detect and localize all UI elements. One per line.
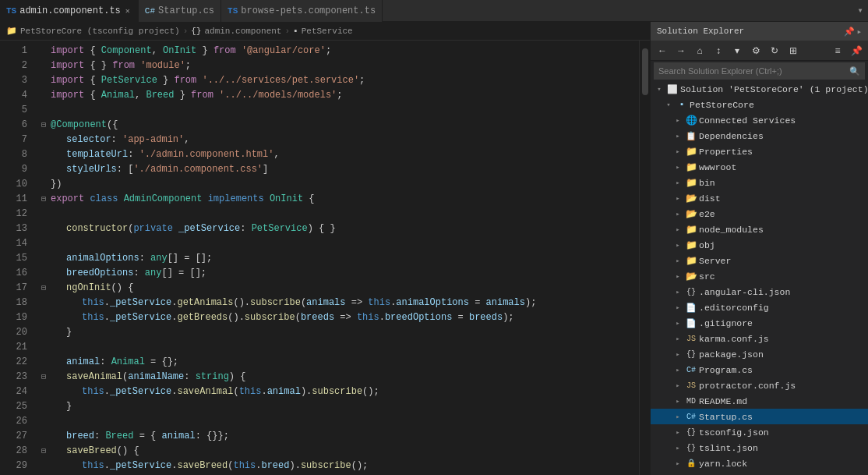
tree-arrow[interactable]: ▸ bbox=[672, 288, 683, 296]
tab-arrow[interactable]: ▾ bbox=[852, 0, 868, 22]
tree-arrow[interactable]: ▸ bbox=[672, 366, 683, 374]
arrow-icon[interactable]: ▸ bbox=[856, 27, 862, 37]
tree-item-node_modules[interactable]: ▸📁node_modules bbox=[651, 222, 868, 237]
tree-arrow[interactable]: ▸ bbox=[672, 350, 683, 359]
tree-arrow[interactable]: ▸ bbox=[672, 397, 683, 406]
tree-item-gitignore[interactable]: ▸📄.gitignore bbox=[651, 315, 868, 331]
tree-arrow[interactable]: ▸ bbox=[672, 225, 683, 234]
tree-item-package[interactable]: ▸{}package.json bbox=[651, 346, 868, 362]
tree-item-icon-protractor: JS bbox=[685, 379, 697, 392]
scrollbar[interactable] bbox=[639, 41, 650, 475]
pin-button[interactable]: 📌 bbox=[848, 43, 865, 58]
tree-arrow[interactable]: ▸ bbox=[672, 163, 683, 172]
tree-arrow[interactable]: ▸ bbox=[672, 428, 683, 437]
tree-item-yarn[interactable]: ▸🔒yarn.lock bbox=[651, 456, 868, 471]
tree-arrow[interactable]: ▸ bbox=[672, 179, 683, 187]
search-box[interactable]: 🔍 bbox=[654, 62, 865, 80]
code-content[interactable]: import { Component, OnInit } from '@angu… bbox=[35, 41, 639, 475]
code-line-25: } bbox=[41, 399, 639, 414]
tree-item-editorconfig[interactable]: ▸📄.editorconfig bbox=[651, 300, 868, 315]
tree-item-project[interactable]: ▾▪PetStoreCore bbox=[651, 97, 868, 112]
tree-item-dependencies[interactable]: ▸📋Dependencies bbox=[651, 128, 868, 144]
collapse-button[interactable]: ▾ bbox=[729, 43, 746, 58]
collapse-arrow[interactable]: ⊟ bbox=[41, 444, 51, 459]
tree-arrow[interactable]: ▾ bbox=[654, 85, 665, 94]
tree-arrow[interactable]: ▸ bbox=[672, 303, 683, 312]
sync-button[interactable]: ↕ bbox=[710, 43, 727, 58]
tree-arrow[interactable]: ▸ bbox=[672, 132, 683, 140]
tree-arrow[interactable]: ▸ bbox=[672, 147, 683, 156]
tree-item-tsconfig[interactable]: ▸{}tsconfig.json bbox=[651, 424, 868, 440]
tree-item-wwwroot[interactable]: ▸📁wwwroot bbox=[651, 159, 868, 175]
breadcrumb-project[interactable]: 📁 PetStoreCore (tsconfig project) bbox=[6, 26, 180, 36]
refresh-button[interactable]: ↻ bbox=[766, 43, 783, 58]
ts-icon: TS bbox=[228, 6, 238, 16]
close-icon[interactable]: ✕ bbox=[124, 5, 132, 16]
tree-arrow[interactable]: ▸ bbox=[672, 257, 683, 265]
tree-item-startup[interactable]: ▸C#Startup.cs bbox=[651, 409, 868, 424]
tree-item-server[interactable]: ▸📁Server bbox=[651, 253, 868, 268]
tree-item-readme[interactable]: ▸MDREADME.md bbox=[651, 393, 868, 409]
tab-admin[interactable]: TS admin.component.ts ✕ bbox=[0, 0, 139, 22]
tree-arrow[interactable]: ▸ bbox=[672, 381, 683, 390]
code-line-22: animal: Animal = {}; bbox=[41, 355, 639, 370]
tree-item-icon-src: 📂 bbox=[685, 270, 697, 282]
forward-button[interactable]: → bbox=[672, 43, 690, 58]
tree-item-icon-readme: MD bbox=[685, 395, 697, 407]
tree-item-program[interactable]: ▸C#Program.cs bbox=[651, 362, 868, 378]
collapse-arrow[interactable]: ⊟ bbox=[41, 192, 51, 207]
tree-arrow[interactable]: ▸ bbox=[672, 319, 683, 328]
back-button[interactable]: ← bbox=[654, 43, 671, 58]
tab-startup[interactable]: C# Startup.cs bbox=[139, 0, 221, 22]
tree-arrow[interactable]: ▾ bbox=[663, 101, 674, 109]
breadcrumb-symbol-label: admin.component bbox=[204, 27, 281, 36]
pin-icon[interactable]: 📌 bbox=[844, 27, 855, 37]
code-line-11: ⊟export class AdminComponent implements … bbox=[41, 192, 639, 207]
tree-item-protractor[interactable]: ▸JSprotractor.conf.js bbox=[651, 378, 868, 393]
search-input[interactable] bbox=[658, 66, 849, 76]
tree-item-angular-cli[interactable]: ▸{}.angular-cli.json bbox=[651, 284, 868, 300]
scrollbar-thumb[interactable] bbox=[642, 48, 648, 95]
code-line-10: }) bbox=[41, 177, 639, 192]
tree-arrow[interactable]: ▸ bbox=[672, 413, 683, 421]
settings-button[interactable]: ⚙ bbox=[747, 43, 764, 58]
tree-arrow[interactable]: ▸ bbox=[672, 116, 683, 125]
tree-item-karma[interactable]: ▸JSkarma.conf.js bbox=[651, 331, 868, 346]
tree-item-dist[interactable]: ▸📂dist bbox=[651, 190, 868, 206]
collapse-arrow[interactable]: ⊟ bbox=[41, 281, 51, 296]
tree-item-src[interactable]: ▸📂src bbox=[651, 268, 868, 284]
tree-item-bin[interactable]: ▸📁bin bbox=[651, 175, 868, 190]
breadcrumb: 📁 PetStoreCore (tsconfig project) › {} a… bbox=[0, 22, 650, 41]
home-button[interactable]: ⌂ bbox=[691, 43, 708, 58]
tree-arrow[interactable]: ▸ bbox=[672, 459, 683, 468]
tree-arrow[interactable]: ▸ bbox=[672, 335, 683, 343]
box-icon: ▪ bbox=[293, 27, 298, 36]
tree-item-icon-dependencies: 📋 bbox=[685, 129, 697, 142]
tab-browse[interactable]: TS browse-pets.component.ts bbox=[221, 0, 383, 22]
tree-item-tslint[interactable]: ▸{}tslint.json bbox=[651, 440, 868, 456]
tree-arrow[interactable]: ▸ bbox=[672, 210, 683, 218]
tree-arrow[interactable]: ▸ bbox=[672, 444, 683, 452]
tree-item-obj[interactable]: ▸📁obj bbox=[651, 237, 868, 253]
collapse-arrow[interactable]: ⊟ bbox=[41, 118, 51, 133]
collapse-arrow[interactable]: ⊟ bbox=[41, 370, 51, 385]
tree-item-properties[interactable]: ▸📁Properties bbox=[651, 144, 868, 159]
more-button[interactable]: ≡ bbox=[829, 43, 846, 58]
tree-arrow[interactable]: ▸ bbox=[672, 272, 683, 281]
tree-item-icon-yarn: 🔒 bbox=[685, 457, 697, 470]
tree-item-connected[interactable]: ▸🌐Connected Services bbox=[651, 112, 868, 128]
tree-item-e2e[interactable]: ▸📂e2e bbox=[651, 206, 868, 222]
breadcrumb-member[interactable]: ▪ PetService bbox=[293, 27, 353, 36]
tree-item-label-angular-cli: .angular-cli.json bbox=[699, 287, 790, 297]
tree-item-label-src: src bbox=[699, 271, 715, 282]
code-line-2: import { } from 'module'; bbox=[41, 58, 639, 73]
tree-arrow[interactable]: ▸ bbox=[672, 194, 683, 203]
tab-label: Startup.cs bbox=[158, 5, 214, 16]
code-line-8: templateUrl: './admin.component.html', bbox=[41, 147, 639, 162]
breadcrumb-symbol[interactable]: {} admin.component bbox=[191, 27, 281, 36]
filter-button[interactable]: ⊞ bbox=[785, 43, 802, 58]
solution-header: Solution Explorer 📌 ▸ bbox=[651, 22, 868, 41]
tree-item-solution[interactable]: ▾⬜Solution 'PetStoreCore' (1 project) bbox=[651, 81, 868, 97]
tree-arrow[interactable]: ▸ bbox=[672, 241, 683, 250]
code-line-1: import { Component, OnInit } from '@angu… bbox=[41, 44, 639, 58]
